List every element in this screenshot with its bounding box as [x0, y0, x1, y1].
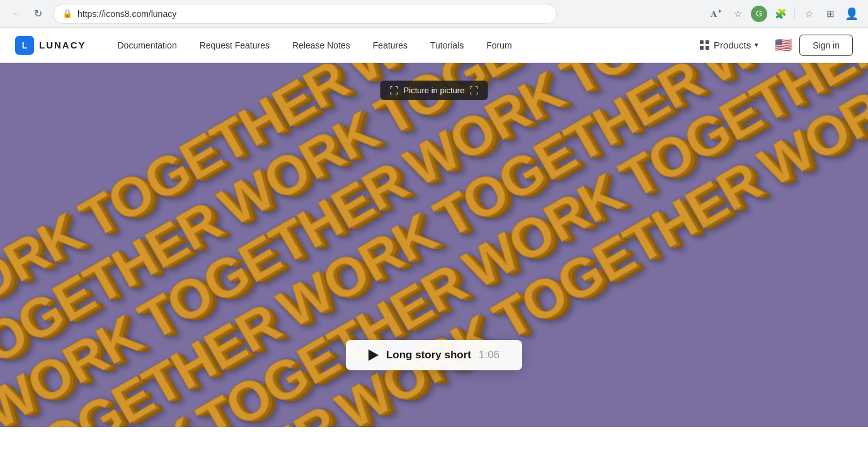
nav-documentation[interactable]: Documentation: [106, 28, 188, 63]
play-button[interactable]: Long story short 1:06: [346, 340, 522, 370]
sign-in-button[interactable]: Sign in: [799, 35, 853, 56]
play-time: 1:06: [479, 349, 500, 361]
reload-button[interactable]: ↻: [29, 5, 47, 23]
hero-canvas: WORK TOGETHER WORK TOGETHER TOGETHER WOR…: [0, 63, 868, 427]
chevron-down-icon: ▾: [755, 41, 758, 49]
browser-chrome: ← ↻ 🔒 https://icons8.com/lunacy 𝐀✦ ☆ G 🧩…: [0, 0, 868, 28]
profile-avatar: G: [751, 6, 767, 22]
address-bar[interactable]: 🔒 https://icons8.com/lunacy: [53, 4, 557, 24]
logo-text: LUNACY: [39, 40, 86, 50]
back-button[interactable]: ←: [8, 5, 25, 23]
nav-right: Products ▾ 🇺🇸 Sign in: [691, 35, 853, 56]
browser-nav-buttons: ← ↻: [8, 5, 47, 23]
grid-icon: [700, 40, 710, 50]
words-grid: WORK TOGETHER WORK TOGETHER TOGETHER WOR…: [0, 63, 868, 427]
logo-icon: L: [15, 36, 34, 55]
lock-icon: 🔒: [62, 9, 72, 18]
bookmark-button[interactable]: ☆: [729, 5, 746, 23]
nav-request-features[interactable]: Request Features: [188, 28, 281, 63]
hero-area: WORK TOGETHER WORK TOGETHER TOGETHER WOR…: [0, 63, 868, 427]
collections-button[interactable]: ⊞: [821, 5, 839, 23]
nav-forum[interactable]: Forum: [475, 28, 523, 63]
nav-release-notes[interactable]: Release Notes: [281, 28, 362, 63]
profile-button[interactable]: G: [750, 5, 768, 23]
language-flag[interactable]: 🇺🇸: [775, 37, 792, 54]
pip-icon: ⛶: [389, 85, 399, 96]
account-button[interactable]: 👤: [843, 5, 860, 23]
url-text: https://icons8.com/lunacy: [77, 9, 547, 19]
products-button[interactable]: Products ▾: [691, 36, 767, 54]
products-label: Products: [714, 40, 751, 50]
pip-tooltip: ⛶ Picture in picture ⛶: [380, 81, 488, 100]
browser-toolbar-right: 𝐀✦ ☆ G 🧩 ☆ ⊞ 👤: [707, 5, 860, 23]
nav-features[interactable]: Features: [362, 28, 419, 63]
nav-tutorials[interactable]: Tutorials: [419, 28, 475, 63]
site-nav: L LUNACY Documentation Request Features …: [0, 28, 868, 63]
text-size-button[interactable]: 𝐀✦: [707, 5, 725, 23]
pip-label: Picture in picture: [404, 86, 465, 95]
toolbar-divider: [794, 8, 795, 20]
pip-expand-icon: ⛶: [469, 85, 479, 96]
play-label: Long story short: [386, 349, 471, 361]
favorites-button[interactable]: ☆: [800, 5, 818, 23]
extensions-button[interactable]: 🧩: [772, 5, 789, 23]
nav-links: Documentation Request Features Release N…: [106, 28, 691, 63]
logo-area[interactable]: L LUNACY: [15, 36, 86, 55]
play-triangle-icon: [368, 349, 379, 361]
